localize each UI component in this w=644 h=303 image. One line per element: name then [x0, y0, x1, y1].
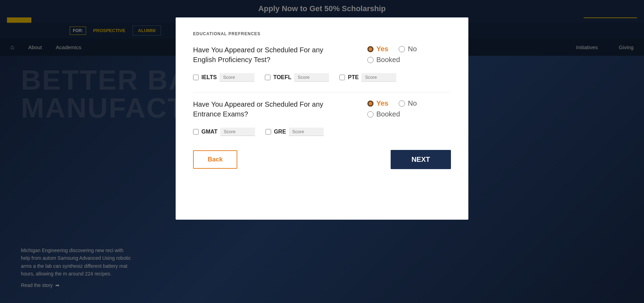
radio-input-yes-2[interactable] [367, 100, 374, 107]
divider [193, 92, 451, 92]
radio-row-2: Yes No [367, 99, 417, 107]
booked-label-2: Booked [376, 110, 400, 118]
radio-no-1[interactable]: No [399, 45, 417, 53]
radio-booked-1[interactable]: Booked [367, 56, 400, 64]
exam-tests-row: IELTS TOEFL PTE [193, 73, 451, 82]
radio-input-no-2[interactable] [399, 100, 405, 107]
ielts-score[interactable] [220, 73, 254, 82]
radio-row-1: Yes No [367, 45, 417, 53]
back-button[interactable]: Back [193, 150, 237, 169]
radio-input-no-1[interactable] [399, 46, 405, 52]
entrance-exams-row: GMAT GRE [193, 128, 451, 136]
toefl-label: TOEFL [273, 74, 291, 81]
toefl-score[interactable] [294, 73, 329, 82]
toefl-checkbox[interactable] [265, 75, 270, 80]
question2-radio-group: Yes No Booked [367, 99, 417, 118]
toefl-item: TOEFL [265, 73, 329, 82]
no-label-1: No [408, 45, 417, 53]
question2-row: Have You Appeared or Scheduled For any E… [193, 99, 451, 119]
ielts-label: IELTS [201, 74, 217, 81]
gmat-checkbox[interactable] [193, 129, 199, 135]
radio-no-2[interactable]: No [399, 99, 417, 107]
yes-label-2: Yes [376, 99, 388, 107]
buttons-row: Back NEXT [193, 150, 451, 169]
radio-yes-2[interactable]: Yes [367, 99, 388, 107]
radio-booked-2[interactable]: Booked [367, 110, 400, 118]
gre-label: GRE [274, 129, 286, 135]
pte-label: PTE [348, 74, 359, 81]
modal-overlay: EDUCATIONAL PREFRENCES Have You Appeared… [0, 0, 644, 303]
pte-item: PTE [339, 73, 396, 82]
question1-text: Have You Appeared or Scheduled For any E… [193, 45, 339, 65]
gre-checkbox[interactable] [266, 129, 271, 135]
ielts-checkbox[interactable] [193, 75, 199, 80]
section-label: EDUCATIONAL PREFRENCES [193, 31, 451, 36]
yes-label-1: Yes [376, 45, 388, 53]
gre-item: GRE [266, 128, 324, 136]
pte-score[interactable] [361, 73, 396, 82]
gmat-label: GMAT [201, 129, 217, 135]
radio-input-booked-2[interactable] [367, 111, 374, 118]
modal-dialog: EDUCATIONAL PREFRENCES Have You Appeared… [176, 17, 468, 220]
booked-label-1: Booked [376, 56, 400, 64]
question1-radio-group: Yes No Booked [367, 45, 417, 64]
ielts-item: IELTS [193, 73, 254, 82]
gmat-score[interactable] [220, 128, 255, 136]
radio-yes-1[interactable]: Yes [367, 45, 388, 53]
radio-row-booked-1: Booked [367, 56, 417, 64]
radio-row-booked-2: Booked [367, 110, 417, 118]
question2-text: Have You Appeared or Scheduled For any E… [193, 99, 339, 119]
radio-input-yes-1[interactable] [367, 46, 374, 52]
no-label-2: No [408, 99, 417, 107]
radio-input-booked-1[interactable] [367, 57, 374, 63]
gmat-item: GMAT [193, 128, 255, 136]
pte-checkbox[interactable] [339, 75, 345, 80]
question1-row: Have You Appeared or Scheduled For any E… [193, 45, 451, 65]
next-button[interactable]: NEXT [391, 150, 451, 169]
gre-score[interactable] [289, 128, 324, 136]
